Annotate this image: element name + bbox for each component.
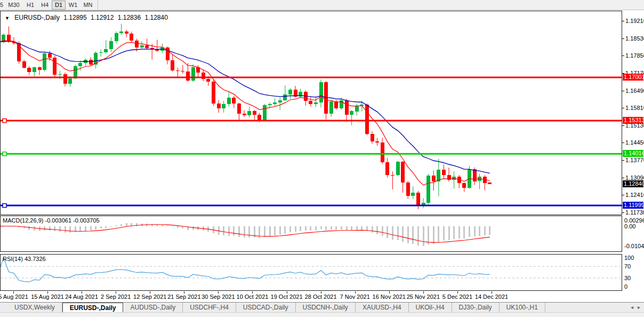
macd-bar [223, 226, 224, 235]
candle-body [247, 111, 251, 115]
macd-bar [305, 226, 307, 231]
timeframe-button-d1[interactable]: D1 [52, 1, 66, 10]
price-tick-label: 1.15810 [625, 105, 644, 111]
timeframe-button-h4[interactable]: H4 [38, 1, 52, 10]
candle-body [385, 162, 389, 175]
date-axis[interactable]: 5 Aug 202115 Aug 202124 Aug 20212 Sep 20… [0, 291, 622, 302]
candle-body [63, 74, 67, 84]
tab-uk100-h1[interactable]: UK100-,H1 [500, 303, 545, 313]
candle-body [227, 98, 231, 104]
price-axis[interactable]: 1.192101.185301.178501.171701.164901.158… [622, 11, 644, 291]
tab-usdcnh-daily[interactable]: USDCNH-,Daily [296, 303, 356, 313]
macd-bar [341, 226, 342, 229]
macd-bar [423, 226, 424, 246]
candle-body [288, 90, 292, 94]
candle-body [426, 176, 430, 203]
candle-body [432, 176, 436, 181]
hline-drag-handle[interactable] [3, 204, 6, 208]
tab-ukoil-h4[interactable]: UKOil-,H4 [409, 303, 452, 313]
macd-bar [489, 226, 490, 235]
price-tick-label: 1.16490 [625, 88, 644, 94]
macd-bar [100, 226, 102, 228]
tab-audusd-daily[interactable]: AUDUSD-,Daily [123, 303, 183, 313]
chart-symbol: EURUSD-,Daily [14, 14, 60, 21]
macd-axis-label: 0.00 [624, 223, 635, 229]
macd-panel[interactable]: MACD(12,26,9) -0.003061 -0.003705 [0, 216, 622, 252]
candle-body [115, 33, 118, 42]
candle-body [68, 78, 72, 84]
candle-body [99, 52, 103, 53]
hline-drag-handle[interactable] [3, 152, 6, 156]
candle-body [109, 41, 113, 49]
candle-body [334, 101, 338, 108]
macd-bar [59, 226, 61, 232]
tab-usdcad-daily[interactable]: USDCAD-,Daily [236, 303, 296, 313]
price-level-badge: 1.15313 [623, 117, 643, 124]
macd-bar [417, 226, 419, 245]
tab-eurusd-daily[interactable]: EURUSD-,Daily [62, 303, 124, 313]
macd-bar [392, 226, 393, 240]
macd-bar [218, 226, 220, 235]
macd-bar [110, 226, 112, 227]
candle-body [309, 101, 312, 104]
current-price-badge: 1.12840 [623, 180, 643, 187]
symbol-dropdown-icon[interactable]: ▼ [5, 15, 10, 21]
candle-body [74, 66, 77, 78]
ohlc-close: 1.12840 [145, 14, 168, 21]
candle-body [33, 67, 36, 72]
macd-axis-label: -0.010422 [624, 243, 644, 249]
macd-bar [433, 226, 434, 244]
macd-bar [325, 226, 327, 230]
macd-bar [264, 226, 265, 237]
tab-usdx-weekly[interactable]: USDX,Weekly [7, 303, 62, 313]
macd-bar [244, 226, 245, 237]
price-tick-mark [622, 91, 624, 91]
macd-bar [85, 226, 86, 231]
macd-bar [479, 226, 480, 236]
toolbar-separator [98, 0, 98, 10]
candle-body [416, 193, 420, 206]
timeframe-button-w1[interactable]: W1 [66, 1, 80, 10]
timeframe-button-h1[interactable]: H1 [23, 1, 37, 10]
candle-body [299, 92, 302, 97]
macd-bar [453, 226, 455, 239]
candlestick-chart-panel[interactable]: ▼ EURUSD-,Daily 1.12895 1.12912 1.12836 … [0, 11, 622, 215]
date-tick-label: 15 Aug 2021 [31, 294, 64, 300]
price-tick-mark [622, 178, 624, 178]
price-tick-mark [622, 195, 624, 195]
candle-body [401, 162, 405, 183]
macd-bar [284, 226, 286, 234]
tab-dj30-daily[interactable]: DJ30-,Daily [452, 303, 500, 313]
chart-title: ▼ EURUSD-,Daily 1.12895 1.12912 1.12836 … [5, 14, 170, 21]
price-level-badge: 1.11999 [623, 202, 643, 209]
candle-body [350, 111, 353, 114]
candle-body [371, 134, 374, 141]
tab-scroll-left-icon[interactable]: ◂ [631, 304, 633, 310]
date-tick-label: 25 Nov 2021 [407, 294, 440, 300]
date-tick-label: 28 Oct 2021 [305, 294, 337, 300]
timeframe-button-mn[interactable]: MN [80, 1, 95, 10]
candle-body [355, 106, 359, 111]
price-level-badge: 1.14016 [623, 150, 643, 157]
rsi-panel[interactable]: RSI(14) 43.7326 [0, 254, 622, 291]
macd-bar [192, 226, 194, 230]
timeframe-button-m30[interactable]: M30 [5, 1, 22, 10]
price-chart-canvas[interactable] [1, 11, 622, 215]
rsi-line [1, 258, 490, 282]
hline-drag-handle[interactable] [3, 119, 6, 123]
tab-usdchf-h4[interactable]: USDCHF-,H4 [183, 303, 236, 313]
candle-body [319, 82, 323, 102]
date-tick-label: 12 Sep 2021 [133, 294, 166, 300]
candle-body [232, 98, 236, 104]
price-tick-label: 1.13770 [625, 157, 644, 163]
macd-bar [279, 226, 281, 235]
tab-scroll-right-icon[interactable]: ▸ [638, 304, 640, 310]
macd-bar [105, 226, 107, 228]
tab-xauusd-h4[interactable]: XAUUSD-,H4 [356, 303, 409, 313]
rsi-canvas[interactable] [1, 255, 622, 290]
candle-body [273, 102, 277, 104]
price-tick-mark [622, 21, 624, 21]
price-tick-label: 1.19210 [625, 18, 644, 24]
macd-bar [300, 226, 301, 231]
price-level-badge: 1.17001 [623, 74, 643, 81]
